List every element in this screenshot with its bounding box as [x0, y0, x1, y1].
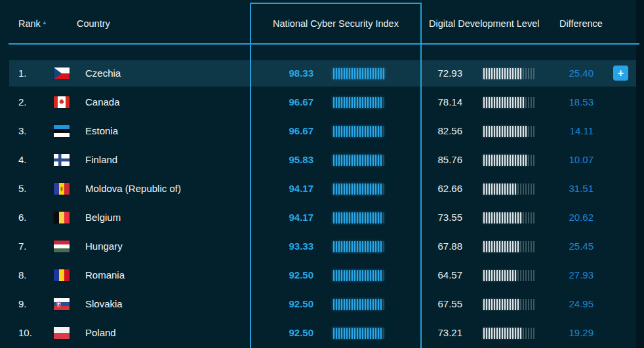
bar-segment: [491, 97, 493, 108]
bar-segment: [520, 270, 521, 281]
country-name[interactable]: Slovakia: [85, 291, 123, 317]
bar-segment: [341, 126, 342, 137]
bar-segment: [372, 241, 374, 252]
bar-segment: [496, 184, 498, 195]
bar-segment: [525, 184, 527, 195]
ncsi-column-header[interactable]: National Cyber Security Index: [251, 0, 421, 45]
bar-segment: [502, 328, 503, 339]
table-row[interactable]: 9.Slovakia92.5067.5524.95: [0, 291, 636, 320]
bar-segment: [380, 126, 382, 137]
bar-segment: [341, 155, 342, 166]
bar-segment: [346, 97, 348, 108]
bar-segment: [499, 97, 500, 108]
bar-segment: [354, 241, 355, 252]
bar-segment: [486, 212, 487, 223]
ncsi-value: 92.50: [261, 291, 313, 317]
bar-segment: [512, 68, 513, 79]
bar-segment: [512, 212, 513, 223]
bar-segment: [494, 68, 495, 79]
bar-segment: [507, 270, 508, 281]
table-row[interactable]: 3.Estonia96.6782.5614.11: [0, 118, 636, 147]
bar-segment: [341, 328, 342, 339]
country-column-header[interactable]: Country: [77, 0, 110, 45]
bar-segment: [344, 241, 345, 252]
bar-segment: [383, 155, 384, 166]
country-name[interactable]: Finland: [85, 147, 117, 173]
bar-segment: [525, 241, 527, 252]
bar-segment: [338, 68, 340, 79]
bar-segment: [499, 126, 500, 137]
bar-segment: [510, 126, 511, 137]
bar-segment: [528, 126, 529, 137]
bar-segment: [380, 270, 382, 281]
bar-segment: [349, 97, 350, 108]
bar-segment: [375, 241, 376, 252]
bar-segment: [486, 97, 487, 108]
country-name[interactable]: Czechia: [85, 60, 121, 87]
bar-segment: [357, 299, 358, 310]
bar-segment: [346, 155, 348, 166]
country-name[interactable]: Canada: [85, 89, 120, 115]
bar-segment: [365, 270, 366, 281]
ddl-value: 67.55: [423, 291, 462, 317]
country-name[interactable]: Poland: [85, 320, 116, 346]
bar-segment: [499, 299, 500, 310]
bar-segment: [344, 270, 345, 281]
table-row[interactable]: 6.Belgium94.1773.5520.62: [0, 204, 636, 233]
bar-segment: [533, 270, 534, 281]
bar-segment: [507, 299, 508, 310]
table-row[interactable]: 10.Poland92.5073.2119.29: [0, 320, 636, 348]
bar-segment: [520, 184, 521, 195]
flag-cz-icon: [54, 68, 70, 79]
table-row[interactable]: 2.Canada96.6778.1418.53: [0, 89, 636, 118]
bar-segment: [349, 241, 350, 252]
bar-segment: [528, 212, 529, 223]
ddl-value: 73.21: [423, 320, 462, 346]
bar-segment: [354, 270, 355, 281]
country-name[interactable]: Belgium: [85, 204, 121, 231]
bar-segment: [341, 68, 342, 79]
bar-segment: [531, 241, 532, 252]
bar-segment: [496, 241, 498, 252]
bar-segment: [338, 328, 340, 339]
table-row[interactable]: 5.Moldova (Republic of)94.1762.6631.51: [0, 176, 636, 204]
bar-segment: [349, 126, 350, 137]
table-row[interactable]: 1.Czechia98.3372.9325.40+: [0, 60, 636, 89]
bar-segment: [344, 97, 345, 108]
bar-segment: [352, 97, 353, 108]
bar-segment: [344, 184, 345, 195]
bar-segment: [367, 97, 369, 108]
bar-segment: [346, 328, 348, 339]
difference-column-header[interactable]: Difference: [559, 0, 603, 45]
country-name[interactable]: Estonia: [85, 118, 118, 144]
country-name[interactable]: Moldova (Republic of): [85, 176, 181, 202]
bar-segment: [499, 270, 500, 281]
ncsi-score-bar: [333, 328, 384, 339]
bar-segment: [525, 68, 527, 79]
ncsi-value: 93.33: [261, 233, 313, 260]
country-name[interactable]: Hungary: [85, 233, 123, 260]
table-row[interactable]: 4.Finland95.8385.7610.07: [0, 147, 636, 176]
bar-segment: [333, 270, 334, 281]
bar-segment: [338, 212, 340, 223]
add-to-comparison-button[interactable]: +: [613, 66, 628, 81]
bar-segment: [502, 126, 503, 137]
rank-column-header[interactable]: Rank: [18, 0, 41, 45]
bar-segment: [520, 212, 521, 223]
difference-value: 10.07: [548, 147, 594, 173]
bar-segment: [494, 97, 495, 108]
bar-segment: [533, 155, 534, 166]
bar-segment: [359, 241, 361, 252]
bar-segment: [517, 212, 519, 223]
bar-segment: [510, 299, 511, 310]
table-row[interactable]: 7.Hungary93.3367.8825.45: [0, 233, 636, 262]
sort-ascending-icon[interactable]: ▲: [42, 0, 47, 45]
ddl-column-header[interactable]: Digital Development Level: [429, 0, 539, 45]
bar-segment: [512, 155, 513, 166]
bar-segment: [502, 97, 503, 108]
bar-segment: [357, 97, 358, 108]
country-name[interactable]: Romania: [85, 262, 125, 288]
bar-segment: [517, 241, 519, 252]
bar-segment: [346, 212, 348, 223]
table-row[interactable]: 8.Romania92.5064.5727.93: [0, 262, 636, 291]
